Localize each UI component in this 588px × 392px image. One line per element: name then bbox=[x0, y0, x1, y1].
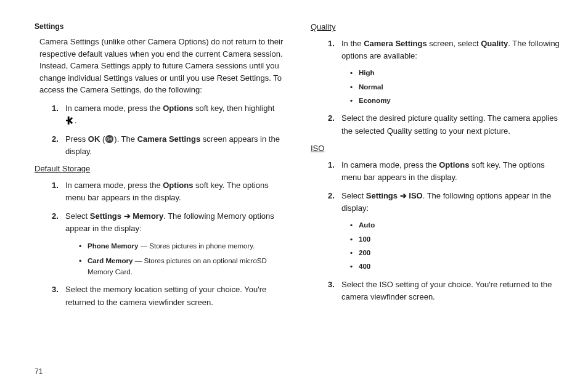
iso-opt-1: 100 bbox=[350, 234, 560, 245]
q1-a: In the bbox=[341, 39, 364, 48]
settings-step-2: 2. Press OK ( OK ). The Camera Settings … bbox=[52, 133, 284, 158]
quality-opt-1: Normal bbox=[350, 81, 560, 92]
right-column: Quality 1. In the Camera Settings screen… bbox=[311, 22, 560, 315]
page-number: 71 bbox=[35, 367, 43, 376]
iso1-a: In camera mode, press the bbox=[341, 160, 439, 169]
iso-steps: 1. In camera mode, press the Options sof… bbox=[311, 159, 560, 303]
ds-step-3: 3. Select the memory location setting of… bbox=[52, 284, 284, 308]
iso2-arrow: ➔ bbox=[398, 191, 409, 200]
ds-opt-phone: Phone Memory — Stores pictures in phone … bbox=[79, 240, 284, 251]
quality-opt-0: High bbox=[350, 67, 560, 78]
default-storage-heading: Default Storage bbox=[35, 164, 284, 173]
iso1-b: Options bbox=[439, 160, 469, 169]
svg-text:OK: OK bbox=[107, 137, 113, 141]
q1-d: Quality bbox=[481, 39, 508, 48]
ds-opt-card: Card Memory — Stores pictures on an opti… bbox=[79, 255, 284, 278]
iso-step-1: 1. In camera mode, press the Options sof… bbox=[328, 159, 560, 184]
settings-step-1: 1. In camera mode, press the Options sof… bbox=[52, 102, 284, 127]
step2-text-a: Press bbox=[65, 134, 88, 144]
ds-step-2: 2. Select Settings ➔ Memory. The followi… bbox=[52, 210, 284, 277]
step2-camsettings-word: Camera Settings bbox=[137, 134, 201, 144]
step2-text-d: ). The bbox=[114, 134, 137, 144]
ds1-b: Options bbox=[163, 181, 193, 190]
quality-options: High Normal Economy bbox=[341, 67, 560, 106]
ds2-b: Settings bbox=[90, 211, 121, 221]
ds-step-1: 1. In camera mode, press the Options sof… bbox=[52, 179, 284, 204]
page-columns: Settings Camera Settings (unlike other C… bbox=[35, 22, 560, 315]
step1-text-c: soft key, then highlight bbox=[193, 104, 274, 113]
default-storage-steps: 1. In camera mode, press the Options sof… bbox=[35, 179, 284, 309]
q1-b: Camera Settings bbox=[364, 39, 427, 48]
settings-intro: Camera Settings (unlike other Camera Opt… bbox=[35, 36, 284, 96]
ds-opt-phone-label: Phone Memory bbox=[88, 242, 138, 250]
step2-text-c: ( bbox=[100, 134, 105, 144]
iso-opt-2: 200 bbox=[350, 247, 560, 258]
iso-step-2: 2. Select Settings ➔ ISO. The following … bbox=[328, 190, 560, 272]
settings-heading: Settings bbox=[35, 22, 284, 31]
q-step-2: 2. Select the desired picture quality se… bbox=[328, 112, 560, 137]
iso-step-3: 3. Select the ISO setting of your choice… bbox=[328, 279, 560, 303]
step2-ok-word: OK bbox=[88, 134, 100, 144]
iso2-c: ISO bbox=[409, 191, 422, 200]
iso-heading: ISO bbox=[311, 144, 560, 153]
ds-opt-card-label: Card Memory bbox=[88, 257, 133, 264]
iso-opt-3: 400 bbox=[350, 261, 560, 272]
ds1-a: In camera mode, press the bbox=[65, 181, 163, 190]
step1-text-d: . bbox=[75, 116, 77, 125]
step1-text-a: In camera mode, press the bbox=[65, 104, 163, 113]
settings-steps: 1. In camera mode, press the Options sof… bbox=[35, 102, 284, 158]
iso2-a: Select bbox=[341, 191, 366, 200]
iso-options: Auto 100 200 400 bbox=[341, 219, 560, 272]
iso-opt-0: Auto bbox=[350, 219, 560, 231]
left-column: Settings Camera Settings (unlike other C… bbox=[35, 22, 284, 315]
ds-opt-phone-desc: — Stores pictures in phone memory. bbox=[138, 242, 255, 250]
ds3-text: Select the memory location setting of yo… bbox=[65, 285, 266, 306]
ds2-c: Memory bbox=[133, 211, 163, 221]
q1-c: screen, select bbox=[427, 39, 481, 48]
quality-steps: 1. In the Camera Settings screen, select… bbox=[311, 38, 560, 137]
ds-memory-options: Phone Memory — Stores pictures in phone … bbox=[65, 240, 284, 278]
iso2-b: Settings bbox=[366, 191, 398, 200]
quality-opt-2: Economy bbox=[350, 95, 560, 106]
quality-heading: Quality bbox=[311, 22, 560, 31]
ok-icon: OK bbox=[105, 134, 114, 144]
iso3-text: Select the ISO setting of your choice. Y… bbox=[341, 280, 552, 301]
q2-text: Select the desired picture quality setti… bbox=[341, 113, 558, 135]
q-step-1: 1. In the Camera Settings screen, select… bbox=[328, 38, 560, 106]
settings-icon bbox=[65, 116, 75, 125]
ds2-arrow: ➔ bbox=[121, 211, 133, 221]
ds2-a: Select bbox=[65, 211, 90, 221]
step1-options-word: Options bbox=[163, 104, 193, 113]
